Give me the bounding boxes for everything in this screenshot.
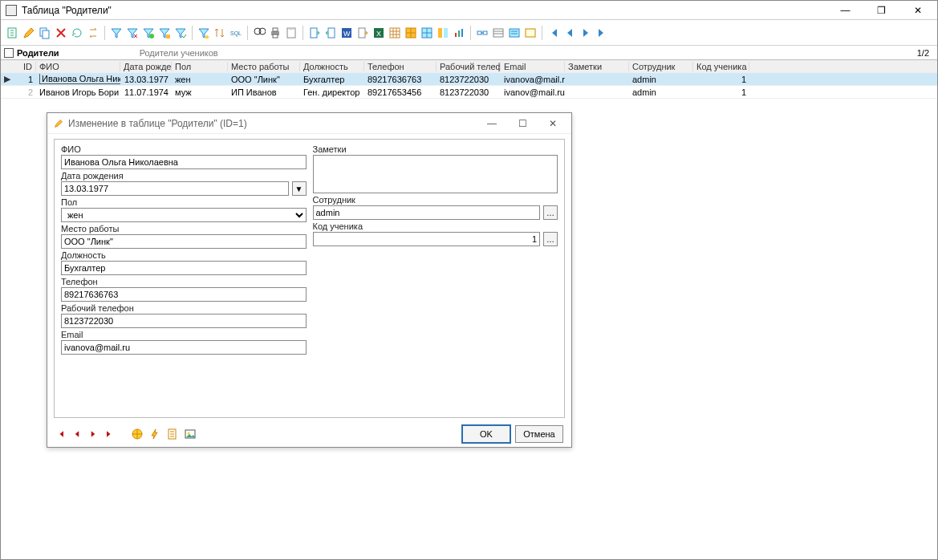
table-row[interactable]: 2 Иванов Игорь Бори 11.07.1974 муж ИП Ив…	[1, 86, 937, 99]
dialog-minimize-button[interactable]: —	[477, 114, 507, 133]
dlg-next-icon[interactable]	[87, 428, 99, 440]
grid-orange-icon[interactable]	[404, 26, 418, 40]
col-wphone[interactable]: Рабочий телефон	[437, 62, 501, 71]
dlg-prev-icon[interactable]	[71, 428, 83, 440]
dialog-maximize-button[interactable]: ☐	[507, 114, 538, 133]
search-icon[interactable]	[252, 26, 266, 40]
dialog-body: ФИО Дата рождения ▼ Пол жен Место работы	[54, 139, 565, 418]
cycle-icon[interactable]	[86, 26, 100, 40]
cancel-button[interactable]: Отмена	[515, 425, 563, 443]
filter-edit-icon[interactable]	[157, 26, 172, 40]
col-id[interactable]: ID	[12, 62, 36, 71]
svg-text:SQL: SQL	[230, 30, 242, 37]
filter-check-icon[interactable]	[173, 26, 188, 40]
last-record-icon[interactable]	[595, 26, 609, 40]
link-icon[interactable]	[475, 26, 489, 40]
export-doc-icon[interactable]	[307, 26, 322, 40]
wphone-field[interactable]	[61, 314, 307, 328]
dob-dropdown-icon[interactable]: ▼	[292, 181, 307, 196]
notes-field[interactable]	[313, 155, 558, 193]
label-fio: ФИО	[61, 144, 307, 154]
emp-field[interactable]	[313, 205, 541, 220]
import-doc-icon[interactable]	[323, 26, 338, 40]
cell: жен	[172, 75, 228, 84]
first-record-icon[interactable]	[546, 26, 561, 40]
col-phone[interactable]: Телефон	[364, 62, 437, 71]
emp-lookup-button[interactable]: …	[543, 205, 558, 220]
form-view-icon[interactable]	[507, 26, 522, 40]
table-row[interactable]: ▶ 1 Иванова Ольга Ник 13.03.1977 жен ООО…	[1, 73, 937, 86]
dialog-title: Изменение в таблице "Родители" (ID=1)	[68, 118, 247, 129]
col-pos[interactable]: Должность	[300, 62, 364, 71]
col-dob[interactable]: Дата рождения	[120, 62, 172, 71]
sort-icon[interactable]	[213, 26, 227, 40]
sid-field[interactable]	[313, 232, 541, 246]
label-emp: Сотрудник	[313, 195, 558, 205]
dialog-close-button[interactable]: ✕	[538, 114, 568, 133]
cell: admin	[629, 75, 693, 84]
filter-add-icon[interactable]	[141, 26, 156, 40]
separator	[192, 26, 193, 40]
dlg-globe-icon[interactable]	[131, 428, 144, 440]
dlg-image-icon[interactable]	[184, 428, 197, 440]
label-sid: Код ученика	[313, 221, 558, 231]
filter-icon[interactable]	[109, 26, 124, 40]
col-sex[interactable]: Пол	[172, 62, 228, 71]
col-sid[interactable]: Код ученика	[693, 62, 749, 71]
pager-text: 1/2	[917, 48, 937, 58]
ok-button[interactable]: OK	[462, 425, 510, 443]
cell: Бухгалтер	[300, 75, 364, 84]
close-button[interactable]: ✕	[899, 2, 936, 19]
new-record-icon[interactable]	[6, 26, 20, 40]
clipboard-icon[interactable]	[284, 26, 298, 40]
col-emp[interactable]: Сотрудник	[629, 62, 693, 71]
edit-icon[interactable]	[22, 26, 36, 40]
table-view-icon[interactable]	[491, 26, 506, 40]
col-notes[interactable]: Заметки	[565, 62, 629, 71]
excel-icon[interactable]: X	[372, 26, 386, 40]
delete-icon[interactable]	[54, 26, 68, 40]
pos-field[interactable]	[61, 261, 307, 275]
print-icon[interactable]	[268, 26, 282, 40]
email-field[interactable]	[61, 340, 307, 355]
filter-star-icon[interactable]	[197, 26, 211, 40]
col-work[interactable]: Место работы	[228, 62, 300, 71]
fio-field[interactable]	[61, 155, 307, 169]
svg-rect-24	[444, 28, 448, 38]
dlg-bolt-icon[interactable]	[148, 428, 161, 440]
sql-icon[interactable]: SQL	[229, 26, 243, 40]
label-pos: Должность	[61, 250, 307, 260]
copy-icon[interactable]	[38, 26, 52, 40]
cell: ИП Иванов	[228, 87, 300, 97]
chart-icon[interactable]	[452, 26, 466, 40]
next-record-icon[interactable]	[579, 26, 593, 40]
filter-remove-icon[interactable]	[125, 26, 140, 40]
maximize-button[interactable]: ❐	[863, 2, 899, 19]
col-fio[interactable]: ФИО	[36, 62, 120, 71]
refresh-icon[interactable]	[70, 26, 84, 40]
dlg-first-icon[interactable]	[55, 428, 67, 440]
word-icon[interactable]: W	[339, 26, 354, 40]
minimize-button[interactable]: —	[827, 2, 863, 19]
phone-field[interactable]	[61, 287, 307, 302]
expand-icon[interactable]	[4, 48, 14, 58]
dlg-last-icon[interactable]	[104, 428, 115, 440]
grid-blue-icon[interactable]	[420, 26, 434, 40]
dlg-doc-icon[interactable]	[166, 428, 179, 440]
card-view-icon[interactable]	[523, 26, 538, 40]
layout-icon[interactable]	[436, 26, 450, 40]
sex-select[interactable]: жен	[61, 208, 307, 222]
cell: 8123722030	[437, 75, 501, 84]
cell[interactable]: Иванова Ольга Ник	[39, 74, 120, 84]
prev-record-icon[interactable]	[562, 26, 577, 40]
label-email: Email	[61, 330, 307, 339]
export-text-icon[interactable]	[355, 26, 370, 40]
svg-rect-26	[458, 30, 460, 37]
sid-lookup-button[interactable]: …	[543, 232, 558, 246]
cell: admin	[629, 87, 693, 97]
grid-export-icon[interactable]	[388, 26, 402, 40]
dob-field[interactable]	[61, 181, 289, 196]
col-email[interactable]: Email	[501, 62, 565, 71]
work-field[interactable]	[61, 234, 307, 249]
cell: ООО "Линк"	[228, 75, 300, 84]
